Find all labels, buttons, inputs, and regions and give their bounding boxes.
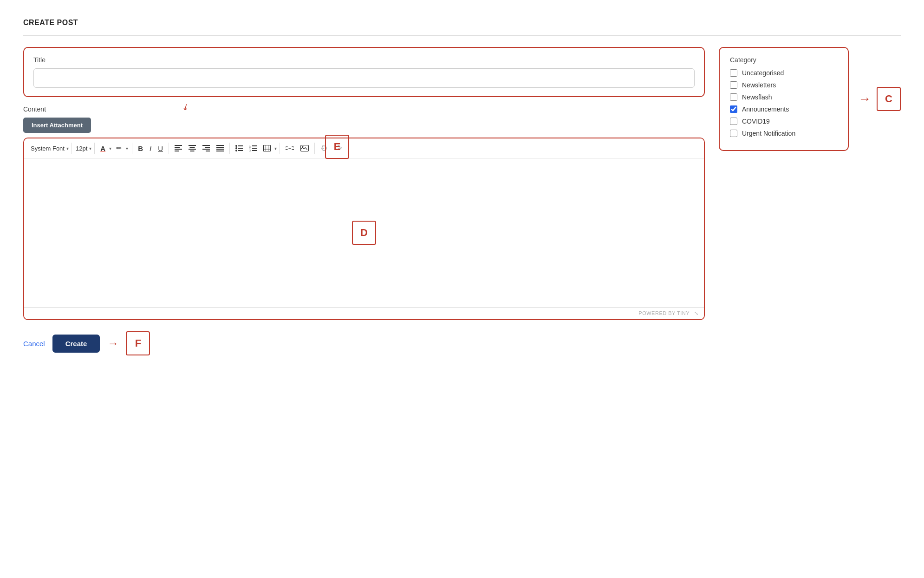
category-label-newsletters: Newsletters xyxy=(742,81,776,89)
svg-rect-15 xyxy=(216,151,224,151)
cancel-link[interactable]: Cancel xyxy=(23,340,45,348)
category-checkbox-uncategorised[interactable] xyxy=(730,69,737,77)
svg-rect-0 xyxy=(175,145,182,146)
category-checkbox-urgent-notification[interactable] xyxy=(730,130,737,137)
annotation-d: D xyxy=(352,221,376,245)
svg-rect-3 xyxy=(175,151,179,151)
sep5 xyxy=(229,143,230,154)
svg-point-20 xyxy=(235,150,237,151)
category-item-urgent-notification: Urgent Notification xyxy=(730,130,838,137)
text-color-button[interactable]: A xyxy=(98,143,108,154)
annotation-f: F xyxy=(126,331,150,355)
svg-rect-10 xyxy=(202,149,210,150)
font-size-label: 12pt xyxy=(75,143,88,154)
category-label-covid19: COVID19 xyxy=(742,118,770,125)
c-arrow-icon: → xyxy=(858,92,871,105)
font-family-group: System Font ▾ xyxy=(30,143,69,154)
category-checkbox-covid19[interactable] xyxy=(730,118,737,125)
svg-point-16 xyxy=(235,145,237,147)
powered-by-label: POWERED BY TINY xyxy=(638,310,690,316)
page-container: CREATE POST Title ↙ Content Insert Attac… xyxy=(23,19,901,355)
svg-rect-17 xyxy=(238,145,243,146)
font-family-label: System Font xyxy=(30,143,65,154)
svg-rect-2 xyxy=(175,149,182,150)
svg-rect-7 xyxy=(190,151,194,151)
page-title: CREATE POST xyxy=(23,19,901,27)
image-button[interactable] xyxy=(298,143,312,153)
highlight-chevron-icon: ▾ xyxy=(126,146,128,151)
bottom-actions: Cancel Create → F xyxy=(23,331,901,355)
svg-rect-14 xyxy=(216,149,224,150)
category-item-newsletters: Newsletters xyxy=(730,81,838,89)
bullet-list-button[interactable] xyxy=(233,143,246,153)
svg-rect-9 xyxy=(205,147,210,148)
category-label-uncategorised: Uncategorised xyxy=(742,69,784,77)
svg-rect-11 xyxy=(206,151,210,151)
sep4 xyxy=(169,143,169,154)
editor-body[interactable]: D xyxy=(24,158,704,307)
category-item-uncategorised: Uncategorised xyxy=(730,69,838,77)
align-left-button[interactable] xyxy=(172,143,185,153)
category-checkbox-newsletters[interactable] xyxy=(730,81,737,89)
category-label: Category xyxy=(730,56,838,64)
svg-rect-12 xyxy=(216,145,224,146)
svg-rect-13 xyxy=(216,147,224,148)
svg-point-18 xyxy=(235,147,237,149)
category-panel: Category Uncategorised Newsletters Ne xyxy=(719,47,849,151)
align-center-button[interactable] xyxy=(186,143,199,153)
content-section: Content Insert Attachment xyxy=(23,105,705,133)
title-label: Title xyxy=(33,56,695,64)
svg-rect-8 xyxy=(202,145,210,146)
category-list: Uncategorised Newsletters Newsflash xyxy=(730,69,838,137)
sep2 xyxy=(94,143,95,154)
italic-button[interactable]: I xyxy=(147,143,154,154)
text-color-chevron-icon: ▾ xyxy=(109,146,111,151)
left-panel: Title ↙ Content Insert Attachment xyxy=(23,47,705,320)
f-arrow-icon: → xyxy=(107,337,118,350)
resize-icon: ⤡ xyxy=(694,310,699,316)
title-input[interactable] xyxy=(33,68,695,88)
align-right-button[interactable] xyxy=(200,143,213,153)
editor-toolbar: System Font ▾ 12pt ▾ A ▾ ✏ ▾ xyxy=(24,138,704,158)
underline-button[interactable]: U xyxy=(155,143,166,154)
category-label-urgent-notification: Urgent Notification xyxy=(742,130,795,137)
highlight-button[interactable]: ✏ xyxy=(113,142,125,154)
category-item-newsflash: Newsflash xyxy=(730,93,838,101)
svg-rect-25 xyxy=(252,148,257,149)
table-button[interactable] xyxy=(260,143,273,153)
svg-rect-21 xyxy=(238,150,243,151)
bold-button[interactable]: B xyxy=(135,143,146,154)
numbered-list-button[interactable]: 1.2.3. xyxy=(247,143,260,153)
svg-rect-23 xyxy=(252,145,257,146)
font-size-chevron-icon: ▾ xyxy=(89,146,91,151)
annotation-c: C xyxy=(877,87,901,111)
svg-rect-28 xyxy=(263,145,270,151)
category-checkbox-newsflash[interactable] xyxy=(730,93,737,101)
create-button[interactable]: Create xyxy=(52,335,100,353)
svg-rect-19 xyxy=(238,148,243,149)
svg-rect-27 xyxy=(252,150,257,151)
svg-rect-1 xyxy=(175,147,180,148)
font-size-group: 12pt ▾ xyxy=(75,143,91,154)
category-checkbox-announcements[interactable] xyxy=(730,105,737,113)
link-button[interactable] xyxy=(283,143,297,153)
top-divider xyxy=(23,35,901,36)
svg-rect-5 xyxy=(189,147,195,148)
align-justify-button[interactable] xyxy=(214,143,227,153)
sep6 xyxy=(280,143,280,154)
svg-text:3.: 3. xyxy=(249,149,251,151)
category-label-newsflash: Newsflash xyxy=(742,93,772,101)
sep7 xyxy=(314,143,315,154)
category-item-announcements: Announcements xyxy=(730,105,838,113)
undo-button[interactable] xyxy=(318,143,331,153)
svg-point-34 xyxy=(302,146,303,148)
annotation-c-wrapper: → C xyxy=(858,87,901,111)
editor-wrapper: System Font ▾ 12pt ▾ A ▾ ✏ ▾ xyxy=(23,138,705,320)
content-label: Content xyxy=(23,105,705,113)
sep1 xyxy=(72,143,72,154)
font-family-chevron-icon: ▾ xyxy=(66,146,69,151)
editor-footer: POWERED BY TINY ⤡ xyxy=(24,307,704,319)
table-chevron-icon: ▾ xyxy=(274,146,277,151)
redo-button[interactable] xyxy=(332,143,345,153)
insert-attachment-button[interactable]: Insert Attachment xyxy=(23,118,91,133)
